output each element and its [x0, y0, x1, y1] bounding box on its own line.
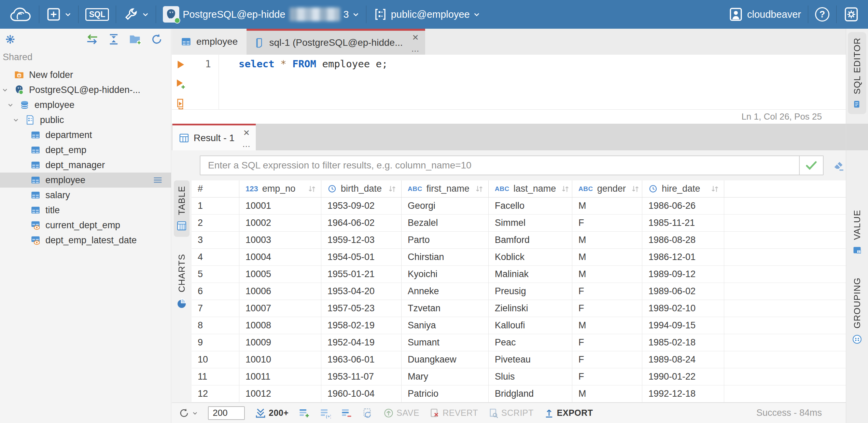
- save-button[interactable]: SAVE: [383, 408, 419, 418]
- cell[interactable]: 1964-06-02: [321, 215, 402, 231]
- cell[interactable]: 1986-08-28: [642, 232, 724, 248]
- cell[interactable]: 1953-09-02: [321, 197, 402, 214]
- help-button[interactable]: ?: [815, 7, 829, 22]
- cell[interactable]: 1985-11-21: [642, 215, 724, 231]
- cell[interactable]: F: [572, 283, 642, 300]
- cell[interactable]: Bamford: [489, 232, 572, 248]
- tree-item-employee[interactable]: employee: [0, 173, 171, 188]
- collapse-all-button[interactable]: [108, 33, 120, 45]
- cell[interactable]: Zielinski: [489, 300, 572, 317]
- cell[interactable]: Bezalel: [402, 215, 489, 231]
- cell[interactable]: 10005: [239, 266, 321, 283]
- cell[interactable]: Bridgland: [489, 385, 572, 402]
- cell[interactable]: 1959-12-03: [321, 232, 402, 248]
- cell[interactable]: 10004: [239, 249, 321, 265]
- settings-button[interactable]: [843, 6, 859, 22]
- column-header-emp_no[interactable]: 123emp_no: [239, 180, 321, 197]
- cell[interactable]: 1958-02-19: [321, 317, 402, 334]
- user-menu[interactable]: cloudbeaver: [728, 6, 801, 22]
- cell[interactable]: F: [572, 368, 642, 385]
- tree-item-salary[interactable]: salary: [0, 188, 171, 203]
- cell[interactable]: 1957-05-23: [321, 300, 402, 317]
- filter-input[interactable]: [200, 156, 799, 175]
- cell[interactable]: Koblick: [489, 249, 572, 265]
- tree-item-title[interactable]: title: [0, 203, 171, 218]
- cell[interactable]: 1986-06-26: [642, 197, 724, 214]
- cell[interactable]: 10011: [239, 368, 321, 385]
- tree-item-current-dept-emp[interactable]: current_dept_emp: [0, 218, 171, 233]
- cell[interactable]: 1985-02-18: [642, 334, 724, 351]
- tab-table-presentation[interactable]: TABLE: [174, 180, 190, 237]
- refresh-row-button[interactable]: [362, 408, 373, 419]
- column-header-birth_date[interactable]: birth_date: [321, 180, 402, 197]
- cell[interactable]: Patricio: [402, 385, 489, 402]
- cell[interactable]: 1989-02-10: [642, 300, 724, 317]
- sort-icon[interactable]: [474, 185, 484, 193]
- cloudbeaver-logo[interactable]: [9, 5, 32, 23]
- cell[interactable]: 1953-04-20: [321, 283, 402, 300]
- tree-item-department[interactable]: department: [0, 127, 171, 142]
- cell[interactable]: M: [572, 197, 642, 214]
- new-connection-button[interactable]: [46, 7, 71, 22]
- revert-button[interactable]: REVERT: [430, 408, 478, 418]
- tab-employee[interactable]: employee: [172, 29, 247, 55]
- cell[interactable]: F: [572, 300, 642, 317]
- cell[interactable]: Sumant: [402, 334, 489, 351]
- tab-menu-icon[interactable]: ...: [411, 46, 419, 52]
- add-row-button[interactable]: [299, 408, 310, 419]
- tree-item-new-folder[interactable]: New folder: [0, 67, 171, 82]
- apply-filter-button[interactable]: [799, 156, 823, 175]
- row-menu-icon[interactable]: [152, 174, 164, 186]
- tree-item-dept-manager[interactable]: dept_manager: [0, 158, 171, 173]
- tab-sql-1[interactable]: sql-1 (PostgreSQL@ep-hidde... ✕ ...: [247, 29, 425, 55]
- cell[interactable]: 1955-01-21: [321, 266, 402, 283]
- close-icon[interactable]: ✕: [412, 33, 419, 42]
- cell[interactable]: F: [572, 351, 642, 368]
- cell[interactable]: 10006: [239, 283, 321, 300]
- tab-value-panel[interactable]: VALUE: [848, 200, 866, 265]
- cell[interactable]: Peac: [489, 334, 572, 351]
- cell[interactable]: Piveteau: [489, 351, 572, 368]
- execute-query-button[interactable]: [176, 59, 186, 70]
- duplicate-row-button[interactable]: (+): [320, 408, 331, 419]
- clear-filter-button[interactable]: [832, 159, 845, 172]
- fetch-next-page-button[interactable]: 200+: [255, 408, 289, 419]
- tab-grouping-panel[interactable]: GROUPING: [848, 270, 866, 352]
- cell[interactable]: Duangkaew: [402, 351, 489, 368]
- cell[interactable]: F: [572, 215, 642, 231]
- new-sql-editor-button[interactable]: SQL: [85, 8, 109, 21]
- script-button[interactable]: SCRIPT: [488, 408, 534, 418]
- cell[interactable]: 1989-09-12: [642, 266, 724, 283]
- cell[interactable]: 10003: [239, 232, 321, 248]
- cell[interactable]: 1989-08-24: [642, 351, 724, 368]
- delete-row-button[interactable]: [341, 408, 352, 419]
- tab-charts-presentation[interactable]: CHARTS: [174, 248, 190, 314]
- fetch-size-input[interactable]: [208, 406, 245, 420]
- tree-item-employee[interactable]: employee: [0, 97, 171, 112]
- sort-icon[interactable]: [307, 185, 317, 193]
- cell[interactable]: Mary: [402, 368, 489, 385]
- cell[interactable]: Simmel: [489, 215, 572, 231]
- cell[interactable]: Anneke: [402, 283, 489, 300]
- sql-code[interactable]: select * FROM employee e;: [219, 55, 388, 109]
- cell[interactable]: 1994-09-15: [642, 317, 724, 334]
- cell[interactable]: 10008: [239, 317, 321, 334]
- refresh-tree-button[interactable]: [151, 33, 163, 45]
- tree-item-public[interactable]: public: [0, 112, 171, 127]
- cell[interactable]: M: [572, 266, 642, 283]
- refresh-result-button[interactable]: [179, 408, 198, 419]
- cell[interactable]: Georgi: [402, 197, 489, 214]
- cell[interactable]: M: [572, 249, 642, 265]
- cell[interactable]: 1990-01-22: [642, 368, 724, 385]
- cell[interactable]: Kyoichi: [402, 266, 489, 283]
- cell[interactable]: 1954-05-01: [321, 249, 402, 265]
- cell[interactable]: Sluis: [489, 368, 572, 385]
- cell[interactable]: 1963-06-01: [321, 351, 402, 368]
- new-folder-button[interactable]: [129, 33, 142, 45]
- cell[interactable]: Parto: [402, 232, 489, 248]
- cell[interactable]: Tzvetan: [402, 300, 489, 317]
- sort-icon[interactable]: [710, 185, 720, 193]
- cell[interactable]: 1992-12-18: [642, 385, 724, 402]
- tab-sql-editor-panel[interactable]: SQL EDITOR: [848, 32, 866, 114]
- cell[interactable]: 10007: [239, 300, 321, 317]
